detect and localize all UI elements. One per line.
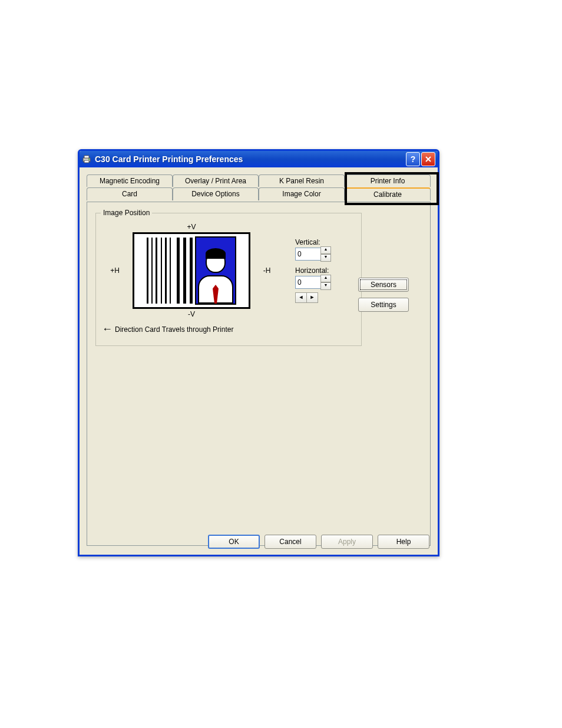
vertical-label: Vertical:: [295, 238, 331, 246]
titlebar: C30 Card Printer Printing Preferences ?: [80, 151, 438, 167]
barcode-graphic: [147, 238, 171, 304]
vertical-spin-up[interactable]: ▲: [320, 246, 331, 254]
horizontal-input[interactable]: [295, 276, 321, 289]
tab-card[interactable]: Card: [87, 187, 173, 200]
photo-graphic: [195, 236, 236, 305]
image-position-group: Image Position +H +V: [95, 213, 362, 346]
printer-icon: [82, 154, 91, 164]
help-dialog-button[interactable]: Help: [378, 535, 429, 549]
svg-rect-1: [84, 156, 89, 158]
tab-strip: Magnetic Encoding Overlay / Print Area K…: [87, 174, 431, 202]
tab-printer-info[interactable]: Printer Info: [345, 174, 431, 187]
tab-pane: Image Position +H +V: [87, 202, 431, 546]
svg-rect-2: [84, 160, 89, 163]
tab-calibrate[interactable]: Calibrate: [345, 187, 431, 200]
horizontal-right-button[interactable]: ►: [306, 292, 318, 303]
tab-image-color[interactable]: Image Color: [259, 187, 345, 200]
group-title: Image Position: [101, 209, 152, 217]
vertical-input[interactable]: [295, 248, 321, 261]
horizontal-spin-up[interactable]: ▲: [320, 275, 331, 282]
minus-v-label: -V: [188, 310, 195, 318]
client-area: Magnetic Encoding Overlay / Print Area K…: [80, 167, 438, 555]
direction-label: Direction Card Travels through Printer: [115, 325, 233, 334]
svg-point-3: [88, 159, 90, 160]
minus-h-label: -H: [255, 266, 279, 275]
help-button[interactable]: ?: [406, 152, 420, 166]
plus-h-label: +H: [102, 266, 128, 275]
sensors-button[interactable]: Sensors: [358, 278, 409, 292]
plus-v-label: +V: [187, 223, 196, 231]
apply-button: Apply: [321, 535, 373, 549]
tab-magnetic-encoding[interactable]: Magnetic Encoding: [87, 174, 173, 187]
preferences-dialog: C30 Card Printer Printing Preferences ? …: [78, 149, 439, 556]
horizontal-spin-down[interactable]: ▼: [320, 282, 331, 290]
ok-button[interactable]: OK: [208, 535, 260, 549]
horizontal-label: Horizontal:: [295, 266, 331, 275]
tab-overlay-print-area[interactable]: Overlay / Print Area: [173, 174, 259, 187]
arrow-left-icon: ←: [102, 323, 113, 335]
close-button[interactable]: [421, 152, 435, 166]
tab-device-options[interactable]: Device Options: [173, 187, 259, 200]
tab-k-panel-resin[interactable]: K Panel Resin: [259, 174, 345, 187]
horizontal-left-button[interactable]: ◄: [295, 292, 307, 303]
window-title: C30 Card Printer Printing Preferences: [95, 154, 406, 164]
vertical-spin-down[interactable]: ▼: [320, 254, 331, 262]
cancel-button[interactable]: Cancel: [265, 535, 316, 549]
card-preview: [133, 232, 250, 309]
settings-button[interactable]: Settings: [358, 298, 409, 312]
